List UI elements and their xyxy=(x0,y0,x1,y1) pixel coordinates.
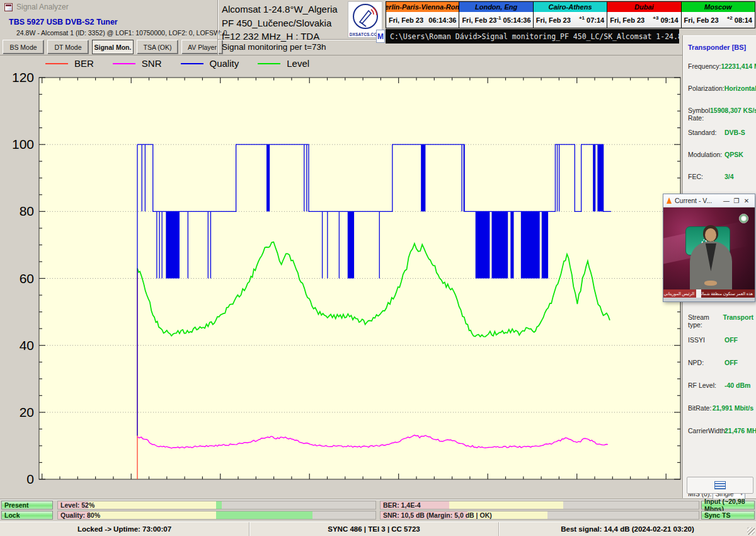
svg-text:20: 20 xyxy=(20,405,34,419)
transponder-field: CarrierWidth:21,476 MHz xyxy=(688,427,753,434)
clock-time: 05:14:36 xyxy=(503,16,531,24)
ticker-left-text: هذه العمر ستكون منطقة شمالي ويسير تبادل xyxy=(701,289,755,298)
clock-date: Fri, Feb 23 xyxy=(462,16,496,24)
field-label: CarrierWidth: xyxy=(688,427,724,434)
vlc-close-button[interactable]: ✕ xyxy=(742,197,752,204)
clock-city: Moscow xyxy=(682,2,755,12)
transponder-field: NPD:OFF xyxy=(688,359,753,366)
tab-bs-mode[interactable]: BS Mode xyxy=(3,40,44,54)
legend-label: SNR xyxy=(142,58,162,69)
transponder-field: BitRate:21,991 Mbit/s xyxy=(688,404,753,412)
clock-date: Fri, Feb 23 xyxy=(536,16,579,24)
clock-time-row: Fri, Feb 23-105:14:36 xyxy=(459,12,532,28)
clock-berlin-paris-vienna-roma: Berlin-Paris-Vienna-RomaFri, Feb 2306:14… xyxy=(386,1,459,28)
ticker-right-text: الرئيس الموريتاني يتلقى xyxy=(663,289,696,298)
bar-segment-green xyxy=(216,501,222,509)
statusbar-cell-1: SYNC 486 | TEI 3 | CC 5723 xyxy=(249,522,499,536)
panel-export-button[interactable] xyxy=(687,477,753,494)
field-value: OFF xyxy=(724,359,738,366)
field-value: QPSK xyxy=(724,151,743,158)
tab-tsa-ok-[interactable]: TSA (OK) xyxy=(137,40,178,54)
clock-time: 09:14 xyxy=(660,16,678,24)
clock-time-row: Fri, Feb 23+107:14 xyxy=(534,12,607,28)
console-bar[interactable]: C:\Users\Roman Dávid>Signal monitoring_P… xyxy=(386,29,679,44)
world-clocks: Berlin-Paris-Vienna-RomaFri, Feb 2306:14… xyxy=(386,1,755,28)
clock-city: Berlin-Paris-Vienna-Roma xyxy=(386,2,459,12)
ticker-under-strip xyxy=(663,298,755,301)
field-label: RF Level: xyxy=(688,382,724,389)
clock-time-row: Fri, Feb 23+208:14 xyxy=(682,12,755,28)
vlc-minimize-button[interactable]: — xyxy=(721,197,731,204)
progress-snr: SNR: 10,5 dB (Margin: 5,0 dB | OK) xyxy=(380,511,699,520)
progress-level: Level: 52% xyxy=(57,501,376,510)
legend-swatch xyxy=(258,63,280,64)
chart-legend: BERSNRQualityLevel xyxy=(45,58,309,69)
field-value: DVB-S xyxy=(724,129,745,136)
field-label: Stream type: xyxy=(688,313,723,329)
legend-item-level: Level xyxy=(258,58,309,69)
tv-station-logo xyxy=(739,214,748,223)
status-box-present: Present xyxy=(1,501,53,510)
clock-city: Cairo-Athens xyxy=(534,2,607,12)
resize-grip[interactable] xyxy=(747,527,755,535)
tab-signal-mon-[interactable]: Signal Mon. xyxy=(92,40,134,54)
bar-segment-yellow xyxy=(90,511,216,519)
clock-time: 07:14 xyxy=(587,16,604,24)
vlc-maximize-button[interactable]: ❐ xyxy=(731,197,742,204)
field-value: -40 dBm xyxy=(724,382,750,389)
clock-utc-offset: +1 xyxy=(579,15,585,21)
status-box-lock: Lock xyxy=(1,511,53,520)
field-value: Horizontal xyxy=(724,84,756,92)
svg-text:0: 0 xyxy=(26,472,34,486)
progress-level-label: Level: 52% xyxy=(60,501,94,509)
session-line-duration: Signal monitoring per t=73h xyxy=(222,42,326,52)
transponder-panel-title: Transponder [BS] xyxy=(688,44,746,51)
legend-swatch xyxy=(113,63,135,64)
clock-utc-offset: +2 xyxy=(727,15,733,21)
field-label: FEC: xyxy=(688,173,724,180)
clock-date: Fri, Feb 23 xyxy=(684,16,727,24)
legend-item-ber: BER xyxy=(45,58,94,69)
transponder-field: RF Level:-40 dBm xyxy=(688,382,753,389)
legend-label: Level xyxy=(287,58,309,69)
field-value: OFF xyxy=(724,336,738,344)
field-value: Transport xyxy=(723,313,753,329)
clock-moscow: MoscowFri, Feb 23+208:14 xyxy=(682,1,755,28)
clock-time: 08:14 xyxy=(735,16,752,24)
window-title: Signal Analyzer xyxy=(16,3,69,11)
transponder-field: Polarization:Horizontal xyxy=(688,84,753,92)
progress-ber-label: BER: 1,4E-4 xyxy=(383,501,421,509)
bars-divider xyxy=(0,499,756,500)
progress-quality: Quality: 80% xyxy=(57,511,376,520)
vlc-video-area[interactable]: الآن هذه العمر ستكون منطقة شمالي ويسير ت… xyxy=(663,207,755,301)
statusbar-cell-2: Best signal: 14,4 dB (2024-02-21 03:20) xyxy=(499,522,756,536)
legend-item-snr: SNR xyxy=(113,58,162,69)
legend-item-quality: Quality xyxy=(181,58,239,69)
legend-swatch xyxy=(181,63,203,64)
mode-tabs: BS ModeDT ModeSignal Mon.TSA (OK)AV Play… xyxy=(3,40,223,55)
minimized-window-badge[interactable]: M xyxy=(376,30,385,43)
clock-time-row: Fri, Feb 23+309:14 xyxy=(607,12,680,28)
field-value: 12231,414 MHz xyxy=(721,62,756,70)
vlc-window[interactable]: Current - V... — ❐ ✕ الآن هذه العمر ستكو… xyxy=(663,194,755,302)
news-ticker: هذه العمر ستكون منطقة شمالي ويسير تبادل … xyxy=(663,289,755,298)
clock-time: 06:14:36 xyxy=(428,16,456,24)
vlc-title-bar[interactable]: Current - V... — ❐ ✕ xyxy=(663,194,755,207)
tab-dt-mode[interactable]: DT Mode xyxy=(47,40,89,54)
chart-canvas: 020406080100120 xyxy=(0,55,682,500)
status-box-right-1: Sync TS xyxy=(701,511,755,520)
tuner-details: 24.8W - Alcomsat 1 (ID: 3352) @ LOF1: 10… xyxy=(16,29,227,37)
svg-text:40: 40 xyxy=(20,338,34,352)
bar-segment-green xyxy=(216,511,312,519)
console-text: C:\Users\Roman Dávid>Signal monitoring_P… xyxy=(390,32,679,41)
bar-segment-yellow xyxy=(88,501,216,509)
vlc-cone-icon xyxy=(667,197,672,204)
tuner-name: TBS 5927 USB DVB-S2 Tuner xyxy=(9,18,118,26)
export-icon xyxy=(714,481,726,489)
clock-date: Fri, Feb 23 xyxy=(389,16,427,24)
clock-city: London, Eng xyxy=(459,2,532,12)
status-box-right-0: Input (~20,98 Mbps) xyxy=(701,501,755,510)
indicator-row: LockQuality: 80%SNR: 10,5 dB (Margin: 5,… xyxy=(0,511,756,520)
legend-swatch xyxy=(45,63,68,64)
svg-text:80: 80 xyxy=(20,204,34,218)
